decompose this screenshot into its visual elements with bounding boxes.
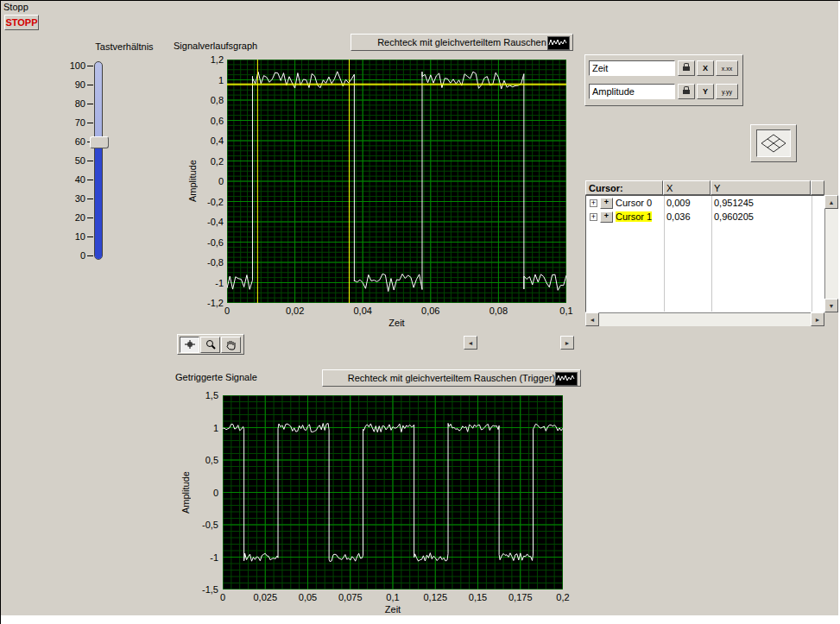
x-autoscale-button[interactable]: X: [697, 60, 714, 76]
cursor-name[interactable]: Cursor 0: [616, 198, 652, 208]
cursor-mover-button[interactable]: [750, 124, 797, 162]
graph2-x-tick-labels: 00,0250,050,0750,10,1250,150,1750,2: [223, 592, 563, 602]
x-tick-label: 0,1: [545, 306, 588, 316]
cursor-list-scroll-down-button[interactable]: ▼: [824, 299, 838, 312]
y-tick-label: 0,8: [198, 95, 224, 105]
expander-icon[interactable]: +: [590, 213, 597, 221]
slider-scale-label: 40: [49, 173, 85, 186]
y-scale-name-input[interactable]: [589, 84, 675, 99]
y-tick-label: -0,6: [198, 237, 224, 248]
cursor-x-value: 0,036: [664, 210, 711, 224]
x-tick-label: 0,025: [243, 592, 287, 602]
slider-tick: [87, 104, 93, 104]
graph1-scroll-right-button[interactable]: ►: [560, 336, 574, 350]
cursor-name[interactable]: Cursor 1: [616, 211, 652, 222]
cursor-row[interactable]: ++Cursor 10,0360,960205: [586, 210, 824, 224]
graph1-title: Rechteck mit gleichverteiltem Rauschen: [377, 37, 546, 47]
graph1-plot-legend[interactable]: Rechteck mit gleichverteiltem Rauschen: [351, 34, 573, 51]
cursor-y-column-header[interactable]: Y: [711, 180, 811, 195]
slider-track[interactable]: [94, 61, 103, 260]
slider-scale-label: 80: [49, 98, 85, 110]
x-tick-label: 0,2: [541, 592, 584, 602]
graph2-plot-legend[interactable]: Rechteck mit gleichverteiltem Rauschen (…: [322, 369, 581, 387]
cursor-x-column-header[interactable]: X: [663, 180, 711, 195]
y-tick-label: -0,4: [198, 217, 224, 227]
cursor-list-scroll-up-button[interactable]: ▲: [824, 195, 838, 209]
x-tick-label: 0,175: [499, 592, 542, 602]
cursor-list-horizontal-scrollbar[interactable]: [599, 312, 811, 326]
x-tick-label: 0: [201, 592, 244, 602]
pan-hand-tool-button[interactable]: [221, 337, 241, 353]
cursor-list-vertical-scrollbar[interactable]: [824, 209, 838, 299]
slider-tick: [87, 236, 93, 237]
slider-scale-label: 0: [49, 249, 85, 262]
y-autoscale-button[interactable]: Y: [697, 84, 714, 99]
slider-scale: 1009080706050403020100: [49, 60, 85, 262]
slider-tick: [87, 161, 93, 161]
waveform-legend-icon[interactable]: [547, 36, 570, 50]
cursor-column-header[interactable]: Cursor:: [585, 180, 663, 195]
scale-legend: X x.xx Y y.yy: [584, 54, 743, 106]
y-scale-lock-button[interactable]: [678, 84, 695, 99]
x-tick-label: 0: [205, 306, 249, 316]
cursor-mover-diamond-icon: [756, 129, 791, 157]
y-tick-label: -0,8: [198, 257, 224, 268]
slider-tick: [87, 180, 93, 180]
graph1-x-tick-labels: 00,020,040,060,080,1: [227, 306, 566, 316]
slider-scale-label: 20: [49, 211, 85, 224]
slider-scale-label: 70: [49, 117, 85, 129]
slider-tick: [87, 255, 93, 256]
y-tick-label: -0,2: [198, 197, 224, 207]
cursor-blank-column-header: [811, 180, 824, 195]
graph2-y-axis-label: Amplitude: [180, 395, 191, 589]
slider-tick: [87, 85, 93, 85]
slider-scale-label: 30: [49, 192, 85, 205]
x-scale-format-button[interactable]: x.xx: [716, 60, 738, 76]
cursor-row[interactable]: ++Cursor 00,0090,951245: [586, 196, 824, 210]
slider-tick: [87, 199, 93, 199]
slider-scale-label: 100: [49, 60, 85, 72]
slider-scale-label: 90: [49, 79, 85, 91]
x-tick-label: 0,08: [477, 306, 520, 316]
y-tick-label: 0,4: [198, 136, 224, 146]
y-tick-label: 1,2: [198, 54, 224, 65]
cursor-list-scroll-left-button[interactable]: ◄: [585, 312, 599, 326]
graph2-title: Rechteck mit gleichverteiltem Rauschen (…: [348, 373, 555, 383]
x-tick-label: 0,075: [329, 592, 372, 602]
cursor-move-tool-button[interactable]: [180, 337, 199, 353]
cursor-style-icon[interactable]: +: [600, 211, 613, 223]
x-tick-label: 0,02: [274, 306, 317, 316]
waveform-legend-icon[interactable]: [555, 372, 578, 386]
graph1-plot-area[interactable]: [227, 60, 566, 303]
scrollbar-corner: [824, 312, 838, 326]
slider-tick-marks: [87, 60, 94, 262]
slider-scale-label: 10: [49, 230, 85, 243]
lock-icon: [683, 66, 690, 71]
y-tick-label: 0,5: [191, 455, 218, 465]
graph2-x-axis-label: Zeit: [223, 604, 563, 615]
zoom-tool-button[interactable]: [200, 337, 220, 353]
y-scale-format-button[interactable]: y.yy: [716, 84, 738, 99]
graph1-y-tick-labels: 1,210,80,60,40,20-0,2-0,4-0,6-0,8-1-1,2: [198, 54, 224, 308]
y-tick-label: 1,5: [191, 390, 218, 400]
graph1-y-axis-label: Amplitude: [187, 60, 198, 303]
cursor-list-scroll-right-button[interactable]: ►: [811, 312, 824, 326]
y-tick-label: 0: [198, 176, 224, 186]
cursor-list[interactable]: ++Cursor 00,0090,951245++Cursor 10,0360,…: [585, 195, 824, 312]
graph1-scroll-left-button[interactable]: ◄: [464, 336, 477, 350]
slider-handle[interactable]: [90, 136, 109, 148]
x-tick-label: 0,125: [414, 592, 457, 602]
x-scale-lock-button[interactable]: [678, 60, 695, 76]
cursor-style-icon[interactable]: +: [600, 198, 613, 209]
y-tick-label: -0,5: [191, 520, 218, 530]
graph2-plot-area[interactable]: [223, 395, 563, 589]
stop-label: Stopp: [3, 2, 28, 12]
y-tick-label: 0,6: [198, 116, 224, 126]
front-panel: Stopp STOPP Tastverhältnis 1009080706050…: [1, 1, 838, 615]
stop-button[interactable]: STOPP: [4, 15, 39, 30]
y-tick-label: -1: [191, 552, 218, 563]
x-scale-name-input[interactable]: [589, 60, 675, 76]
expander-icon[interactable]: +: [590, 199, 597, 207]
x-tick-label: 0,04: [341, 306, 384, 316]
y-tick-label: 1: [198, 75, 224, 85]
